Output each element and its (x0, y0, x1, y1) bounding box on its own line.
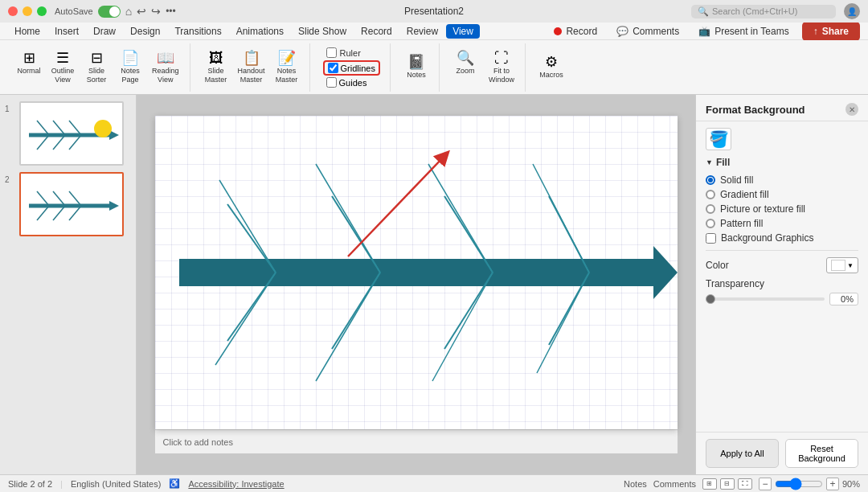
pattern-fill-option[interactable]: Pattern fill (706, 218, 858, 229)
svg-line-13 (37, 206, 49, 220)
picture-fill-radio[interactable] (706, 204, 715, 214)
window-title: Presentation2 (404, 6, 464, 17)
slide-preview-2[interactable] (19, 172, 124, 236)
redo-icon[interactable]: ↪ (151, 5, 161, 18)
slide-thumb-1[interactable]: 1 (5, 101, 131, 166)
zoom-control: − + 90% (759, 478, 860, 490)
menu-design[interactable]: Design (124, 24, 166, 39)
svg-line-29 (316, 273, 380, 381)
menu-animations[interactable]: Animations (230, 24, 290, 39)
macros-button[interactable]: ⚙ Macros (535, 52, 567, 82)
zoom-out-button[interactable]: − (759, 478, 772, 490)
user-avatar[interactable]: 👤 (844, 3, 860, 19)
zoom-in-button[interactable]: + (826, 478, 839, 490)
slide-preview-1[interactable] (19, 101, 124, 166)
zoom-percentage: 90% (842, 479, 860, 489)
accessibility-info[interactable]: Accessibility: Investigate (188, 479, 284, 489)
record-button[interactable]: Record (547, 23, 604, 40)
main-area: 1 (0, 95, 868, 474)
share-button[interactable]: ↑ Share (802, 22, 860, 41)
fill-section-header[interactable]: ▼ Fill (706, 157, 858, 168)
reading-view-button[interactable]: 📖 ReadingView (148, 48, 183, 87)
notes-button[interactable]: 📓 Notes (400, 52, 432, 82)
color-swatch-inner (831, 260, 845, 271)
transparency-slider[interactable] (706, 297, 825, 301)
apply-to-all-button[interactable]: Apply to All (706, 439, 779, 468)
format-panel-close-button[interactable]: ✕ (845, 103, 858, 116)
present-in-teams-button[interactable]: 📺 Present in Teams (692, 23, 796, 40)
notes-statusbar-button[interactable]: Notes (624, 479, 647, 489)
notes-bar[interactable]: Click to add notes (155, 429, 678, 453)
normal-view-icon[interactable]: ⊞ (702, 478, 717, 490)
slide-master-label: SlideMaster (205, 67, 227, 84)
gridlines-checkbox-input[interactable] (328, 63, 338, 73)
comments-statusbar-button[interactable]: Comments (653, 479, 696, 489)
color-swatch[interactable]: ▼ (826, 257, 858, 273)
ruler-checkbox-input[interactable] (326, 47, 337, 58)
svg-marker-17 (653, 246, 678, 299)
gridlines-checkbox-highlighted[interactable]: Gridlines (323, 60, 380, 76)
menu-review[interactable]: Review (400, 24, 444, 39)
menu-insert[interactable]: Insert (48, 24, 85, 39)
comments-button[interactable]: 💬 Comments (610, 23, 686, 40)
fit-view-icon[interactable]: ⛶ (738, 478, 752, 490)
accessibility-icon: ♿ (169, 478, 180, 489)
gradient-fill-option[interactable]: Gradient fill (706, 189, 858, 200)
normal-view-button[interactable]: ⊞ Normal (13, 48, 45, 87)
minimize-button[interactable] (23, 6, 32, 16)
solid-fill-option[interactable]: Solid fill (706, 174, 858, 186)
transparency-value[interactable]: 0% (829, 293, 858, 305)
menu-slideshow[interactable]: Slide Show (292, 24, 353, 39)
undo-icon[interactable]: ↩ (137, 5, 146, 18)
slide-sorter-button[interactable]: ⊟ SlideSorter (80, 48, 113, 87)
transparency-label: Transparency (706, 278, 764, 289)
paint-bucket-icon[interactable]: 🪣 (706, 128, 731, 150)
share-label: Share (822, 26, 849, 37)
menu-view[interactable]: View (446, 24, 480, 39)
notes-page-icon: 📄 (121, 51, 139, 65)
comments-label: Comments (633, 26, 679, 37)
hide-bg-graphics-option[interactable]: Background Graphics (706, 232, 858, 244)
close-button[interactable] (8, 6, 18, 16)
teams-icon: 📺 (698, 26, 710, 37)
gradient-fill-radio[interactable] (706, 190, 715, 199)
reset-background-button[interactable]: Reset Background (785, 439, 858, 468)
slide-number-2: 2 (5, 172, 14, 184)
hide-bg-checkbox[interactable] (706, 233, 716, 244)
gradient-fill-label: Gradient fill (720, 189, 769, 200)
picture-fill-label: Picture or texture fill (720, 203, 805, 215)
grid-view-icon[interactable]: ⊟ (720, 478, 735, 490)
notes-master-button[interactable]: 📝 NotesMaster (271, 48, 303, 87)
slide-thumb-2[interactable]: 2 (5, 172, 131, 236)
titlebar-right: 🔍 Search (Cmd+Ctrl+U) 👤 (691, 3, 860, 19)
outline-view-button[interactable]: ☰ OutlineView (47, 48, 79, 87)
guides-checkbox-input[interactable] (326, 77, 337, 88)
record-label: Record (566, 26, 597, 37)
fit-to-window-button[interactable]: ⛶ Fit toWindow (485, 48, 518, 87)
slide-master-icon: 🖼 (209, 51, 223, 65)
menu-draw[interactable]: Draw (87, 24, 122, 39)
pattern-fill-radio[interactable] (706, 219, 715, 228)
slide-canvas[interactable] (155, 116, 678, 429)
solid-fill-radio[interactable] (706, 175, 715, 185)
more-icon[interactable]: ••• (166, 6, 176, 17)
guides-checkbox[interactable]: Guides (323, 76, 380, 88)
zoom-button[interactable]: 🔍 Zoom (449, 48, 481, 87)
menu-record[interactable]: Record (354, 24, 399, 39)
slide-sorter-label: SlideSorter (87, 67, 107, 84)
slide-master-button[interactable]: 🖼 SlideMaster (200, 48, 232, 87)
fill-arrow-icon: ▼ (706, 158, 713, 166)
outline-icon: ☰ (56, 51, 69, 65)
notes-page-button[interactable]: 📄 NotesPage (114, 48, 146, 87)
handout-master-button[interactable]: 📋 HandoutMaster (234, 48, 269, 87)
ruler-checkbox[interactable]: Ruler (323, 46, 380, 59)
search-bar[interactable]: 🔍 Search (Cmd+Ctrl+U) (691, 5, 836, 18)
maximize-button[interactable] (37, 6, 47, 16)
zoom-slider[interactable] (775, 478, 823, 490)
menu-transitions[interactable]: Transitions (168, 24, 227, 39)
autosave-toggle[interactable] (98, 6, 121, 18)
presentation-views-group: ⊞ Normal ☰ OutlineView ⊟ SlideSorter 📄 N… (6, 43, 190, 92)
menu-home[interactable]: Home (8, 24, 47, 39)
picture-fill-option[interactable]: Picture or texture fill (706, 203, 858, 215)
ruler-label: Ruler (340, 48, 361, 58)
